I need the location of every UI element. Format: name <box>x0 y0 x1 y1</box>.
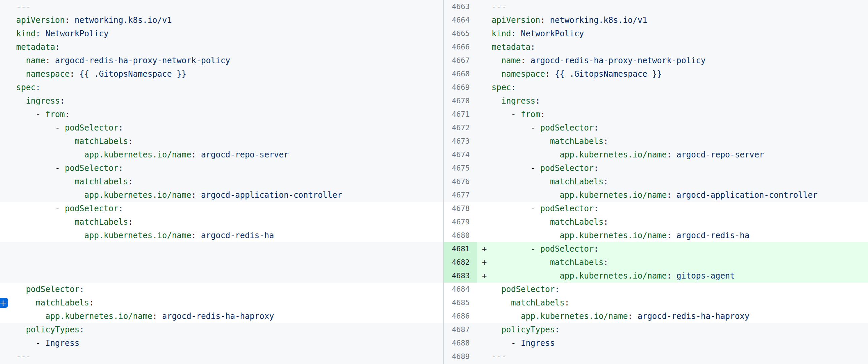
line-number[interactable]: 4669 <box>443 81 477 94</box>
diff-marker-right <box>477 215 492 229</box>
plain-token <box>492 69 501 79</box>
line-number[interactable]: 4683 <box>443 269 477 283</box>
line-number[interactable]: 4668 <box>443 67 477 81</box>
yaml-key-token: spec <box>492 83 511 92</box>
plain-token: : <box>603 137 608 146</box>
line-number[interactable]: 4686 <box>443 309 477 323</box>
line-number[interactable]: 4688 <box>443 336 477 350</box>
plain-token <box>16 137 74 146</box>
diff-marker-right <box>477 188 492 202</box>
code-line-right: podSelector: <box>492 283 560 296</box>
line-number[interactable]: 4674 <box>443 148 477 162</box>
yaml-value-token: {{ .GitopsNamespace }} <box>80 69 187 79</box>
diff-marker-left <box>2 242 16 256</box>
yaml-key-token: matchLabels <box>550 258 603 267</box>
diff-marker-right <box>477 0 492 13</box>
code-line-left: name: argocd-redis-ha-proxy-network-poli… <box>16 54 230 67</box>
line-number[interactable]: 4680 <box>443 229 477 242</box>
code-line-right: matchLabels: <box>492 256 609 269</box>
line-number[interactable]: 4667 <box>443 54 477 67</box>
yaml-key-token: from <box>521 110 540 119</box>
yaml-value-token: argocd-redis-ha <box>676 231 749 240</box>
plain-token: : <box>70 69 80 79</box>
plain-token: - <box>492 204 540 213</box>
diff-row: matchLabels:4679 matchLabels: <box>0 215 868 229</box>
diff-marker-left <box>2 81 16 94</box>
yaml-key-token: from <box>45 110 65 119</box>
plain-token <box>492 298 511 307</box>
diff-row: app.kubernetes.io/name: argocd-redis-ha4… <box>0 229 868 242</box>
plain-token: : <box>128 137 133 146</box>
plain-token <box>492 217 550 227</box>
line-number[interactable]: 4664 <box>443 13 477 27</box>
line-number[interactable]: 4687 <box>443 323 477 336</box>
diff-left-code-cell: matchLabels:+ <box>0 296 443 309</box>
code-line-left: ingress: <box>16 94 65 108</box>
plain-token: : <box>555 285 560 294</box>
line-number[interactable]: 4675 <box>443 162 477 175</box>
code-line-right: ingress: <box>492 94 540 108</box>
plain-token: - <box>492 110 521 119</box>
diff-marker-right <box>477 108 492 121</box>
plain-token <box>492 137 550 146</box>
yaml-key-token: ingress <box>501 96 535 106</box>
yaml-key-token: app.kubernetes.io/name <box>560 150 666 160</box>
line-number[interactable]: 4684 <box>443 283 477 296</box>
diff-right-code-cell: - podSelector: <box>477 121 868 135</box>
diff-right-code-cell: app.kubernetes.io/name: argocd-redis-ha-… <box>477 309 868 323</box>
line-number[interactable]: 4666 <box>443 40 477 54</box>
diff-right-code-cell: app.kubernetes.io/name: argocd-applicati… <box>477 188 868 202</box>
diff-right-code-cell: matchLabels: <box>477 215 868 229</box>
line-number[interactable]: 4682 <box>443 256 477 269</box>
line-number[interactable]: 4672 <box>443 121 477 135</box>
diff-marker-right <box>477 229 492 242</box>
line-number[interactable]: 4670 <box>443 94 477 108</box>
line-number[interactable]: 4677 <box>443 188 477 202</box>
yaml-key-token: app.kubernetes.io/name <box>84 150 191 160</box>
line-number[interactable]: 4671 <box>443 108 477 121</box>
yaml-key-token: policyTypes <box>26 325 80 334</box>
code-line-left: - Ingress <box>16 336 80 350</box>
diff-marker-left <box>2 13 16 27</box>
code-line-left: app.kubernetes.io/name: argocd-redis-ha-… <box>16 309 274 323</box>
line-number[interactable]: 4663 <box>443 0 477 13</box>
line-number[interactable]: 4689 <box>443 350 477 364</box>
diff-marker-left <box>2 0 16 13</box>
line-number[interactable]: 4685 <box>443 296 477 309</box>
yaml-key-token: podSelector <box>540 204 594 213</box>
line-number[interactable]: 4679 <box>443 215 477 229</box>
plain-token: : <box>118 164 123 173</box>
yaml-value-token: argocd-repo-server <box>676 150 764 160</box>
plain-token: - <box>492 123 540 133</box>
diff-row: - from:4671 - from: <box>0 108 868 121</box>
diff-left-code-cell: app.kubernetes.io/name: argocd-repo-serv… <box>0 148 443 162</box>
plain-token: : <box>666 150 676 160</box>
line-number[interactable]: 4678 <box>443 202 477 215</box>
plain-token <box>16 96 26 106</box>
plain-token: - <box>492 244 540 254</box>
code-line-right: kind: NetworkPolicy <box>492 27 584 40</box>
code-line-left: policyTypes: <box>16 323 84 336</box>
diff-row: name: argocd-redis-ha-proxy-network-poli… <box>0 54 868 67</box>
plain-token: --- <box>16 2 31 11</box>
plain-token <box>16 231 84 240</box>
line-number[interactable]: 4676 <box>443 175 477 188</box>
diff-left-code-cell: app.kubernetes.io/name: argocd-applicati… <box>0 188 443 202</box>
plain-token <box>16 311 45 321</box>
plain-token: - <box>16 164 65 173</box>
diff-row: - podSelector:4672 - podSelector: <box>0 121 868 135</box>
line-number[interactable]: 4665 <box>443 27 477 40</box>
diff-row: policyTypes:4687 policyTypes: <box>0 323 868 336</box>
diff-right-code-cell: --- <box>477 350 868 364</box>
line-number[interactable]: 4681 <box>443 242 477 256</box>
plain-token: : <box>603 217 608 227</box>
add-comment-button[interactable]: + <box>0 298 8 308</box>
code-line-left: apiVersion: networking.k8s.io/v1 <box>16 13 172 27</box>
code-line-left: --- <box>16 350 31 364</box>
yaml-value-token: networking.k8s.io/v1 <box>74 15 172 25</box>
yaml-value-token: networking.k8s.io/v1 <box>550 15 647 25</box>
code-line-right: - podSelector: <box>492 121 599 135</box>
yaml-value-token: argocd-application-controller <box>676 190 817 200</box>
code-line-left: matchLabels: <box>16 175 133 188</box>
line-number[interactable]: 4673 <box>443 135 477 148</box>
